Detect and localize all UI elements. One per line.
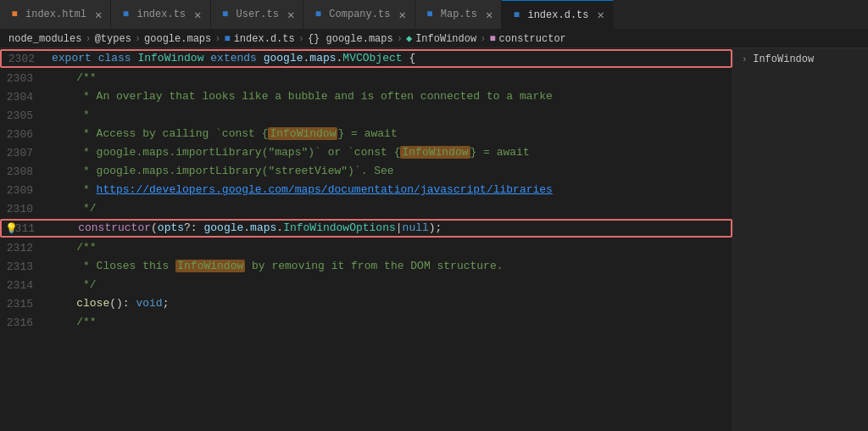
tab-close-btn[interactable]: ✕ [194,8,201,22]
line-number: 💡 2311 [2,222,48,235]
html-file-icon: ■ [8,8,20,20]
ts-file-icon: ■ [220,8,231,20]
tab-user-ts[interactable]: ■ User.ts ✕ [211,0,304,30]
code-line-2310: 2310 */ [0,199,732,218]
code-line-2312: 2312 /** [0,238,732,257]
ts-file-icon: ■ [424,8,436,20]
line-content: * google.maps.importLibrary("streetView"… [47,162,732,181]
line-number: 2312 [0,242,47,255]
code-line-2309: 2309 * https://developers.google.com/map… [0,181,732,199]
line-content: * Access by calling `const {InfoWindow} … [47,125,732,143]
tab-label: index.ts [136,8,186,20]
tab-map-ts[interactable]: ■ Map.ts ✕ [415,0,503,30]
tab-label: index.html [25,8,86,20]
line-content: * An overlay that looks like a bubble an… [47,87,732,106]
line-content: close(): void; [47,294,732,313]
tab-index-ts[interactable]: ■ index.ts ✕ [111,0,210,30]
tab-close-btn[interactable]: ✕ [398,8,405,22]
tab-bar: ■ index.html ✕ ■ index.ts ✕ ■ User.ts ✕ … [0,0,868,30]
editor-area: 2302 export class InfoWindow extends goo… [0,48,868,431]
line-content: */ [47,199,732,218]
line-content: */ [47,276,732,294]
code-line-2311: 💡 2311 constructor(opts?: google.maps.In… [0,219,732,238]
code-line-2315: 2315 close(): void; [0,294,732,313]
line-content: * Closes this InfoWindow by removing it … [47,257,732,276]
code-line-2314: 2314 */ [0,276,732,294]
tab-company-ts[interactable]: ■ Company.ts ✕ [303,0,415,30]
tab-close-btn[interactable]: ✕ [597,8,604,22]
line-number: 2313 [0,260,47,273]
line-number: 2314 [0,279,47,292]
code-line-2302: 2302 export class InfoWindow extends goo… [0,49,732,68]
line-number: 2302 [2,53,48,65]
line-number: 2304 [0,91,47,104]
breadcrumb: node_modules › @types › google.maps › ■ … [0,30,868,48]
line-content: constructor(opts?: google.maps.InfoWindo… [48,219,731,238]
tab-close-btn[interactable]: ✕ [486,8,492,22]
tab-index-html[interactable]: ■ index.html ✕ [0,0,111,30]
line-content: * https://developers.google.com/maps/doc… [47,181,732,199]
line-content: /** [47,313,732,332]
line-number: 2306 [0,128,47,141]
line-content: * [47,106,732,125]
tab-close-btn[interactable]: ✕ [287,8,294,22]
right-panel-title: › InfoWindow [742,53,860,65]
dts-file-icon: ■ [510,9,522,21]
line-number: 2309 [0,184,47,197]
bulb-icon[interactable]: 💡 [5,222,18,235]
line-number: 2310 [0,203,47,216]
tab-label: Company.ts [329,8,390,20]
line-content: export class InfoWindow extends google.m… [48,49,731,68]
code-line-2304: 2304 * An overlay that looks like a bubb… [0,87,732,106]
ts-file-icon: ■ [120,8,131,20]
line-content: /** [47,69,732,87]
code-line-2313: 2313 * Closes this InfoWindow by removin… [0,257,732,276]
line-content: * google.maps.importLibrary("maps")` or … [47,143,732,162]
line-number: 2308 [0,165,47,178]
line-number: 2307 [0,147,47,160]
tab-index-dts[interactable]: ■ index.d.ts ✕ [502,0,613,30]
code-line-2316: 2316 /** [0,313,732,332]
right-panel: › InfoWindow [732,48,868,431]
line-number: 2316 [0,316,47,329]
line-number: 2315 [0,298,47,311]
code-line-2306: 2306 * Access by calling `const {InfoWin… [0,125,732,143]
line-number: 2305 [0,109,47,122]
ts-file-icon: ■ [312,8,324,20]
tab-label: index.d.ts [527,9,588,21]
line-content: /** [47,238,732,257]
code-line-2307: 2307 * google.maps.importLibrary("maps")… [0,143,732,162]
code-container[interactable]: 2302 export class InfoWindow extends goo… [0,48,732,431]
code-line-2308: 2308 * google.maps.importLibrary("street… [0,162,732,181]
tab-label: Map.ts [441,8,477,20]
tab-label: User.ts [236,8,279,20]
tab-close-btn[interactable]: ✕ [95,8,102,22]
code-line-2305: 2305 * [0,106,732,125]
line-number: 2303 [0,72,47,85]
code-line-2303: 2303 /** [0,69,732,87]
